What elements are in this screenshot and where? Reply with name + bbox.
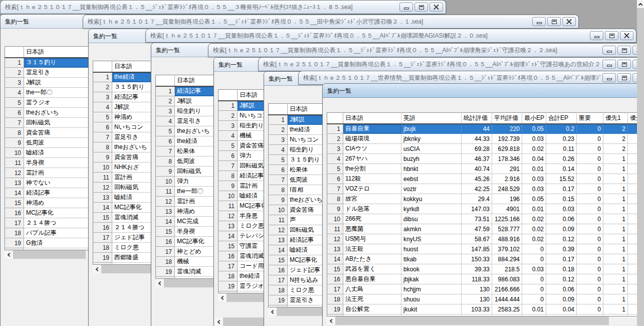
cell[interactable]: 42.25 bbox=[462, 184, 492, 194]
cell[interactable]: 488.916 bbox=[492, 234, 522, 244]
table-row[interactable]: 10266死dibsu73.511225.1660.020.0601 bbox=[327, 214, 644, 224]
table-row[interactable]: 5霊ラジオ bbox=[5, 98, 90, 108]
row-number[interactable]: 1 bbox=[327, 124, 343, 134]
row-number[interactable]: 9 bbox=[156, 167, 175, 177]
row-number[interactable]: 15 bbox=[156, 227, 175, 237]
row-number[interactable]: 5 bbox=[269, 155, 288, 165]
cell[interactable]: 0.02 bbox=[522, 214, 546, 224]
row-number[interactable]: 8 bbox=[219, 171, 238, 181]
row-number[interactable]: 6 bbox=[156, 136, 175, 146]
cell[interactable]: 0.03 bbox=[522, 134, 546, 144]
cell[interactable]: 1444.444 bbox=[492, 294, 522, 304]
table-row[interactable]: 19自公解党jkukit103.332583.250.010.0401 bbox=[327, 304, 644, 314]
row-number[interactable]: 15 bbox=[327, 264, 343, 274]
cell[interactable]: 回転磁気 bbox=[24, 118, 90, 128]
row-number[interactable]: 10 bbox=[5, 148, 24, 158]
close-button[interactable] bbox=[430, 3, 443, 12]
row-number[interactable]: 12 bbox=[219, 211, 238, 221]
table-row[interactable]: 18法王死shuou1301444.44400.0901 bbox=[327, 294, 644, 304]
row-number[interactable]: 9 bbox=[93, 152, 112, 162]
table-row[interactable]: 17２１４勝つ bbox=[5, 218, 90, 228]
table-row[interactable]: 14ABたたきttkab150.33884.29400.1701 bbox=[327, 254, 644, 264]
column-header[interactable]: 日本語 bbox=[343, 113, 401, 124]
cell[interactable]: akmkn bbox=[401, 224, 462, 234]
cell[interactable]: 267ヤハ bbox=[343, 154, 401, 164]
cell[interactable]: 0.39 bbox=[546, 244, 577, 254]
cell[interactable]: usCIA bbox=[401, 144, 462, 154]
cell[interactable]: 0.03 bbox=[522, 184, 546, 194]
row-number[interactable]: 5 bbox=[93, 112, 112, 122]
column-header[interactable]: 重要 bbox=[577, 113, 603, 124]
cell[interactable]: 1 bbox=[603, 164, 628, 174]
cell[interactable]: 220 bbox=[492, 124, 522, 134]
table-row[interactable]: 9低周波 bbox=[5, 138, 90, 148]
cell[interactable]: 2583.25 bbox=[492, 304, 522, 314]
row-number[interactable]: 4 bbox=[219, 131, 238, 141]
cell[interactable]: 0 bbox=[577, 154, 603, 164]
cell[interactable]: 0.04 bbox=[522, 154, 546, 164]
cell[interactable]: 266死 bbox=[343, 214, 401, 224]
cell[interactable]: 0 bbox=[522, 294, 546, 304]
cell[interactable]: knyUS bbox=[401, 234, 462, 244]
cell[interactable]: 218.5 bbox=[492, 264, 522, 274]
cell[interactable]: 0 bbox=[522, 254, 546, 264]
cell[interactable]: 0.01 bbox=[522, 164, 546, 174]
row-number[interactable]: 11 bbox=[269, 215, 288, 225]
cell[interactable]: 0.05 bbox=[522, 124, 546, 134]
cell[interactable]: 248.529 bbox=[492, 184, 522, 194]
corner-cell[interactable] bbox=[219, 90, 238, 101]
cell[interactable]: 0 bbox=[577, 274, 603, 284]
cell[interactable]: 15.52 bbox=[546, 174, 577, 184]
row-number[interactable]: 13 bbox=[219, 221, 238, 231]
row-number[interactable]: 17 bbox=[327, 284, 343, 294]
cell[interactable]: jbujk bbox=[401, 124, 462, 134]
horizontal-scrollbar[interactable] bbox=[5, 250, 90, 259]
row-number[interactable]: 16 bbox=[327, 274, 343, 284]
cell[interactable]: 118.33 bbox=[462, 274, 492, 284]
cell[interactable]: 0.05 bbox=[522, 194, 546, 204]
cell[interactable]: 2.916 bbox=[492, 174, 522, 184]
row-number[interactable]: 19 bbox=[156, 267, 175, 277]
cell[interactable]: 自暴自棄 bbox=[343, 124, 401, 134]
table-row[interactable]: 8資金苦痛 bbox=[5, 128, 90, 138]
cell[interactable]: 192.739 bbox=[492, 134, 522, 144]
cell[interactable]: 0.03 bbox=[522, 174, 546, 184]
cell[interactable]: 1 bbox=[603, 274, 628, 284]
cell[interactable]: 58.67 bbox=[462, 234, 492, 244]
row-number[interactable]: 13 bbox=[327, 244, 343, 254]
row-number[interactable]: 6 bbox=[269, 165, 288, 175]
cell[interactable]: 0.02 bbox=[522, 224, 546, 234]
cell[interactable]: 0.17 bbox=[546, 254, 577, 264]
cell[interactable]: 1225.166 bbox=[492, 214, 522, 224]
cell[interactable]: G救済 bbox=[24, 238, 90, 248]
scroll-left-button[interactable] bbox=[214, 317, 223, 326]
row-number[interactable]: 6 bbox=[327, 174, 343, 184]
cell[interactable]: 147.85 bbox=[462, 244, 492, 254]
row-number[interactable]: 3 bbox=[327, 144, 343, 154]
row-number[interactable]: 12 bbox=[156, 197, 175, 207]
table-row[interactable]: 1３１５釣り bbox=[5, 58, 90, 68]
row-number[interactable]: 18 bbox=[327, 294, 343, 304]
cell[interactable]: 0.01 bbox=[522, 204, 546, 214]
row-number[interactable]: 7 bbox=[5, 118, 24, 128]
row-number[interactable]: 3 bbox=[269, 135, 288, 145]
row-number[interactable]: 10 bbox=[327, 214, 343, 224]
cell[interactable]: 2 bbox=[603, 124, 628, 134]
cell[interactable]: 0 bbox=[522, 244, 546, 254]
cell[interactable]: 130 bbox=[462, 294, 492, 304]
row-number[interactable]: 5 bbox=[156, 126, 175, 136]
row-number[interactable]: 2 bbox=[156, 96, 175, 106]
cell[interactable]: theおざいち bbox=[24, 108, 90, 118]
cell[interactable]: 1 bbox=[603, 154, 628, 164]
row-number[interactable]: 14 bbox=[327, 254, 343, 264]
cell[interactable]: 神でない bbox=[24, 178, 90, 188]
cell[interactable]: 1 bbox=[603, 194, 628, 204]
cell[interactable]: 884.294 bbox=[492, 254, 522, 264]
cell[interactable]: 29.4 bbox=[462, 194, 492, 204]
cell[interactable]: 178.346 bbox=[492, 154, 522, 164]
search-window-4-titlebar[interactable]: 検索[ｔｈｅ２５１０１７__質量制御再現公表１．５__ｼﾞｪﾄﾞ霊界ﾗｼﾞｵ再現… bbox=[208, 43, 644, 57]
column-header[interactable]: 統計評価 bbox=[462, 113, 492, 124]
cell[interactable]: 0.17 bbox=[546, 184, 577, 194]
table-row[interactable]: 14経済記事 bbox=[5, 188, 90, 198]
scroll-left-button[interactable] bbox=[218, 293, 227, 302]
